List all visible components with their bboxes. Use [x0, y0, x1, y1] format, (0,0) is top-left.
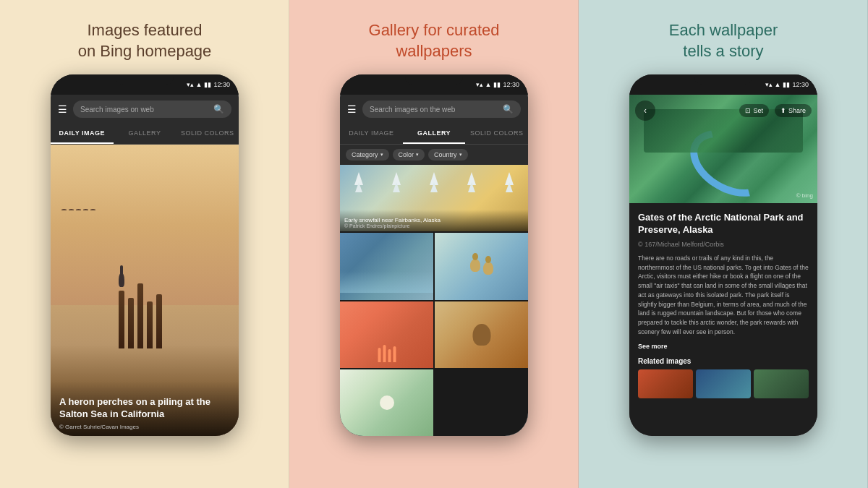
- panel-images-featured: Images featured on Bing homepage ▾▴ ▲ ▮▮…: [0, 0, 289, 488]
- phone-notch: [116, 74, 174, 85]
- piling: [137, 283, 143, 348]
- snow-tree: [505, 172, 514, 185]
- phone-screen-1: ☰ Search images on web 🔍 DAILY IMAGE GAL…: [51, 95, 239, 436]
- tab-solid-colors-1[interactable]: SOLID COLORS: [176, 124, 239, 144]
- phone-screen-2: ☰ Search images on the web 🔍 DAILY IMAGE…: [340, 95, 528, 436]
- gallery-cell-flamingo[interactable]: [340, 301, 433, 368]
- chick: [483, 262, 493, 275]
- snow-tree: [354, 172, 363, 185]
- tab-daily-image-1[interactable]: DAILY IMAGE: [51, 124, 114, 144]
- status-icons-2: ▾▴ ▲ ▮▮ 12:30: [476, 81, 519, 88]
- search-area-2: ☰ Search images on the web 🔍: [340, 95, 528, 124]
- related-images-label: Related images: [638, 357, 809, 365]
- gallery-cell-owl[interactable]: [435, 301, 528, 368]
- panel-1-title: Images featured on Bing homepage: [78, 20, 212, 61]
- gallery-caption-text-1: Early snowfall near Fairbanks, Alaska: [344, 217, 524, 223]
- filter-color-label: Color: [399, 151, 414, 158]
- story-action-buttons: ⊡ Set ⬆ Share: [739, 104, 812, 117]
- story-title: Gates of the Arctic National Park and Pr…: [638, 212, 809, 236]
- story-credit: © 167/Michael Melford/Corbis: [638, 241, 809, 248]
- tab-daily-image-2[interactable]: DAILY IMAGE: [340, 124, 403, 144]
- bing-watermark: © bing: [796, 192, 813, 199]
- signal-icon-2: ▾▴: [476, 81, 483, 88]
- sky-layer: [51, 145, 239, 305]
- tab-gallery-1[interactable]: GALLERY: [114, 124, 176, 144]
- status-icons-3: ▾▴ ▲ ▮▮ 12:30: [765, 81, 809, 88]
- phone-mockup-3: ▾▴ ▲ ▮▮ 12:30 ‹: [629, 74, 817, 436]
- chevron-down-icon-2: ▾: [416, 152, 419, 158]
- gallery-caption-credit-1: © Patrick Endres/plainpicture: [344, 223, 524, 228]
- gallery-cell-alaska[interactable]: Early snowfall near Fairbanks, Alaska © …: [340, 165, 528, 231]
- related-thumb-2[interactable]: [696, 369, 751, 398]
- related-thumb-1[interactable]: [638, 369, 693, 398]
- heron-bird: [115, 265, 128, 291]
- piling: [156, 294, 162, 348]
- share-button[interactable]: ⬆ Share: [775, 104, 812, 117]
- phone-screen-3: ‹ ⊡ Set ⬆ Share © bing: [629, 95, 817, 436]
- share-icon: ⬆: [780, 107, 786, 114]
- story-screen: ‹ ⊡ Set ⬆ Share © bing: [629, 95, 817, 436]
- related-images-grid: [638, 369, 809, 398]
- battery-icon: ▮▮: [204, 81, 211, 88]
- story-image: ‹ ⊡ Set ⬆ Share © bing: [629, 95, 817, 203]
- signal-icon: ▾▴: [187, 81, 194, 88]
- search-bar-1[interactable]: Search images on web 🔍: [73, 100, 231, 118]
- search-icon-2[interactable]: 🔍: [503, 104, 514, 114]
- phone-mockup-1: ▾▴ ▲ ▮▮ 12:30 ☰ Search images on web 🔍 D…: [51, 74, 239, 436]
- hamburger-icon[interactable]: ☰: [58, 103, 67, 115]
- related-thumb-3[interactable]: [754, 369, 809, 398]
- search-area-1: ☰ Search images on web 🔍: [51, 95, 239, 124]
- story-body-text: There are no roads or trails of any kind…: [638, 254, 809, 337]
- snow-tree: [467, 172, 476, 185]
- tab-gallery-2[interactable]: GALLERY: [403, 124, 466, 144]
- snow-trees-decoration: [340, 172, 528, 185]
- caption-credit-1: © Garret Suhrie/Cavan Images: [59, 424, 230, 430]
- gallery-filters: Category ▾ Color ▾ Country ▾: [340, 145, 528, 165]
- search-icon[interactable]: 🔍: [213, 104, 224, 114]
- share-label: Share: [788, 107, 806, 114]
- tab-solid-colors-2[interactable]: SOLID COLORS: [465, 124, 528, 144]
- battery-icon-2: ▮▮: [493, 81, 501, 88]
- set-wallpaper-button[interactable]: ⊡ Set: [739, 104, 769, 117]
- daily-image-area: A heron perches on a piling at the Salto…: [51, 145, 239, 436]
- set-icon: ⊡: [745, 107, 751, 114]
- piling: [119, 291, 124, 348]
- panel-2-title: Gallery for curated wallpapers: [369, 20, 500, 61]
- caption-title-1: A heron perches on a piling at the Salto…: [59, 396, 230, 421]
- battery-icon-3: ▮▮: [783, 81, 790, 88]
- chick-group: [470, 259, 493, 275]
- filter-color[interactable]: Color ▾: [393, 149, 425, 160]
- caption-overlay-1: A heron perches on a piling at the Salto…: [51, 382, 239, 436]
- search-bar-2[interactable]: Search images on the web 🔍: [362, 100, 521, 118]
- gallery-cell-glacier[interactable]: [340, 233, 433, 299]
- story-navigation: ‹ ⊡ Set ⬆ Share: [635, 100, 812, 121]
- time-display-2: 12:30: [503, 81, 519, 88]
- time-display: 12:30: [213, 81, 230, 88]
- daily-image-background: A heron perches on a piling at the Salto…: [51, 145, 239, 436]
- search-placeholder-2: Search images on the web: [370, 106, 455, 114]
- phone-notch-2: [405, 74, 463, 85]
- panel-story: Each wallpaper tells a story ▾▴ ▲ ▮▮ 12:…: [579, 0, 868, 488]
- signal-icon-3: ▾▴: [765, 81, 773, 88]
- snow-tree: [430, 172, 438, 185]
- status-icons-1: ▾▴ ▲ ▮▮ 12:30: [187, 81, 230, 88]
- phone-mockup-2: ▾▴ ▲ ▮▮ 12:30 ☰ Search images on the web…: [340, 74, 528, 436]
- wifi-icon-3: ▲: [775, 81, 781, 88]
- phone-notch-3: [694, 74, 752, 85]
- gallery-cell-birds[interactable]: [435, 233, 528, 299]
- chevron-down-icon-3: ▾: [459, 152, 462, 158]
- chevron-down-icon: ▾: [380, 152, 383, 158]
- gallery-grid: Early snowfall near Fairbanks, Alaska © …: [340, 165, 528, 436]
- search-placeholder-1: Search images on web: [80, 106, 154, 114]
- hamburger-icon-2[interactable]: ☰: [347, 103, 357, 115]
- gallery-cell-white-bird[interactable]: [340, 369, 433, 436]
- filter-category[interactable]: Category ▾: [346, 149, 389, 160]
- snow-tree: [392, 172, 401, 185]
- filter-country-label: Country: [434, 151, 457, 158]
- tabs-2: DAILY IMAGE GALLERY SOLID COLORS: [340, 124, 528, 145]
- time-display-3: 12:30: [792, 81, 809, 88]
- see-more-button[interactable]: See more: [638, 343, 809, 350]
- story-content: Gates of the Arctic National Park and Pr…: [629, 203, 817, 436]
- filter-country[interactable]: Country ▾: [428, 149, 468, 160]
- back-button[interactable]: ‹: [635, 100, 655, 121]
